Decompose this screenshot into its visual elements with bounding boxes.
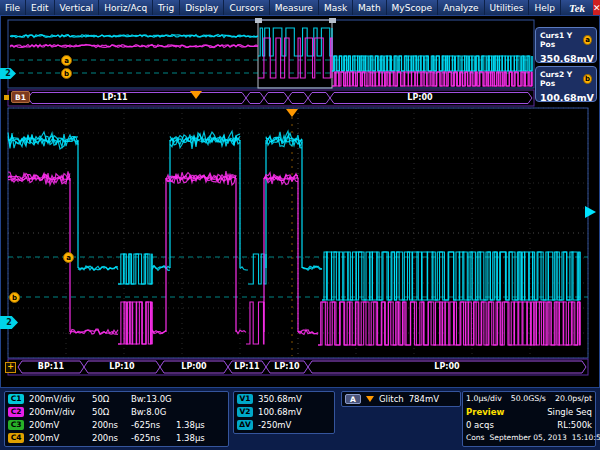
menu-item-analyze[interactable]: Analyze bbox=[438, 0, 484, 15]
trigger-slope-icon bbox=[366, 396, 374, 402]
cursor-a-marker-icon: a bbox=[583, 35, 592, 45]
ch3-position: -625ns bbox=[131, 420, 171, 430]
channel4-badge: C4 bbox=[8, 433, 24, 443]
trigger-level: 784mV bbox=[409, 394, 439, 404]
ch1-termination: 50Ω bbox=[92, 394, 126, 404]
cursor-readouts: V1 350.68mV V2 100.68mV ΔV -250mV bbox=[233, 391, 335, 434]
ch3-scale: 200mV bbox=[29, 420, 87, 430]
channel1-badge: C1 bbox=[8, 394, 24, 404]
bus-value-label: LP:00 bbox=[424, 362, 470, 371]
sample-rate: 50.0GS/s bbox=[511, 394, 546, 403]
delta-v-value: -250mV bbox=[258, 420, 291, 430]
bus-b1-badge: B1 bbox=[11, 91, 30, 103]
cursor-v2-readout[interactable]: V2 100.68mV bbox=[234, 405, 334, 418]
time-display: 15:10:53 bbox=[572, 433, 600, 442]
channel3-readout[interactable]: C3 200mV 200ns -625ns 1.38µs bbox=[5, 418, 228, 431]
channel1-readout[interactable]: C1 200mV/div 50Ω Bw:13.0G bbox=[5, 392, 228, 405]
bus-expand-button[interactable]: + bbox=[5, 362, 16, 373]
menu-item-horiz-acq[interactable]: Horiz/Acq bbox=[99, 0, 153, 15]
v1-badge: V1 bbox=[237, 394, 253, 404]
status-label: Cons bbox=[466, 433, 485, 442]
preview-indicator: Preview bbox=[466, 407, 504, 417]
cursor-b-marker-icon[interactable]: b bbox=[9, 292, 20, 303]
cursor-v1-readout[interactable]: V1 350.68mV bbox=[234, 392, 334, 405]
delta-v-badge: ΔV bbox=[237, 420, 253, 430]
close-button[interactable]: ✕ bbox=[593, 0, 600, 15]
cursor-b-marker-icon[interactable]: b bbox=[61, 68, 72, 79]
ch3-duration: 1.38µs bbox=[176, 420, 205, 430]
menu-item-measure[interactable]: Measure bbox=[270, 0, 319, 15]
ch2-termination: 50Ω bbox=[92, 407, 126, 417]
channel2-badge: C2 bbox=[8, 407, 24, 417]
menu-item-vertical[interactable]: Vertical bbox=[55, 0, 100, 15]
menu-item-myscope[interactable]: MyScope bbox=[387, 0, 439, 15]
cursor-a-marker-icon[interactable]: a bbox=[61, 55, 72, 66]
channel2-readout[interactable]: C2 200mV/div 50Ω Bw:8.0G bbox=[5, 405, 228, 418]
menu-item-math[interactable]: Math bbox=[353, 0, 387, 15]
status-bar: C1 200mV/div 50Ω Bw:13.0G C2 200mV/div 5… bbox=[0, 388, 600, 450]
bus-value-label: BP:11 bbox=[28, 362, 74, 371]
channel3-badge: C3 bbox=[8, 420, 24, 430]
menu-bar: File Edit Vertical Horiz/Acq Trig Displa… bbox=[0, 0, 600, 15]
curs1-y-pos-panel[interactable]: Curs1 Y Pos a 350.68mV bbox=[535, 27, 597, 63]
ch2-scale: 200mV/div bbox=[29, 407, 87, 417]
ch3-timebase: 200ns bbox=[92, 420, 126, 430]
acquisition-count: 0 acqs bbox=[466, 420, 494, 430]
ch4-timebase: 200ns bbox=[92, 433, 126, 443]
trigger-type: Glitch bbox=[379, 394, 404, 404]
ch4-duration: 1.38µs bbox=[176, 433, 205, 443]
cursor-delta-readout[interactable]: ΔV -250mV bbox=[234, 418, 334, 431]
curs2-title: Curs2 Y Pos bbox=[540, 70, 583, 88]
menu-item-mask[interactable]: Mask bbox=[319, 0, 353, 15]
curs2-y-pos-panel[interactable]: Curs2 Y Pos b 100.68mV bbox=[535, 66, 597, 102]
cursor-b-marker-icon: b bbox=[583, 74, 592, 84]
cursor-a-marker-icon[interactable]: a bbox=[63, 252, 74, 263]
menu-item-file[interactable]: File bbox=[0, 0, 26, 15]
menu-item-display[interactable]: Display bbox=[180, 0, 224, 15]
menu-item-help[interactable]: Help bbox=[529, 0, 561, 15]
v2-value: 100.68mV bbox=[258, 407, 302, 417]
tek-logo: Tek bbox=[561, 0, 593, 15]
ch4-position: -625ns bbox=[131, 433, 171, 443]
horizontal-readout[interactable]: 1.0µs/div 50.0GS/s 20.0ps/pt Preview Sin… bbox=[462, 391, 596, 447]
menu-item-edit[interactable]: Edit bbox=[26, 0, 54, 15]
ch1-bandwidth: Bw:13.0G bbox=[131, 394, 172, 404]
trigger-a-badge: A bbox=[345, 394, 361, 404]
scope-display bbox=[0, 15, 600, 388]
menu-item-cursors[interactable]: Cursors bbox=[224, 0, 269, 15]
menu-item-trig[interactable]: Trig bbox=[153, 0, 180, 15]
acquisition-mode: Single Seq bbox=[547, 407, 592, 417]
bus-value-label: LP:00 bbox=[171, 362, 217, 371]
channel-readouts: C1 200mV/div 50Ω Bw:13.0G C2 200mV/div 5… bbox=[4, 391, 229, 447]
resolution: 20.0ps/pt bbox=[555, 394, 592, 403]
bus-value-label: LP:10 bbox=[99, 362, 145, 371]
horiz-scale: 1.0µs/div bbox=[466, 394, 502, 403]
curs2-value: 100.68mV bbox=[540, 92, 592, 103]
overview-bus-label: LP:11 bbox=[92, 93, 138, 102]
ch4-scale: 200mV bbox=[29, 433, 87, 443]
trigger-readout[interactable]: A Glitch 784mV bbox=[341, 391, 461, 407]
bus-b1-header[interactable]: B1 bbox=[4, 91, 30, 103]
v2-badge: V2 bbox=[237, 407, 253, 417]
record-length: RL:500k bbox=[557, 420, 592, 430]
curs1-value: 350.68mV bbox=[540, 53, 592, 64]
v1-value: 350.68mV bbox=[258, 394, 302, 404]
bus-value-label: LP:10 bbox=[264, 362, 310, 371]
menu-item-utilities[interactable]: Utilities bbox=[485, 0, 530, 15]
bus-color-icon bbox=[4, 95, 9, 100]
ch2-bandwidth: Bw:8.0G bbox=[131, 407, 166, 417]
ch1-scale: 200mV/div bbox=[29, 394, 87, 404]
overview-bus-label: LP:00 bbox=[397, 93, 443, 102]
date-display: September 05, 2013 bbox=[490, 433, 567, 442]
curs1-title: Curs1 Y Pos bbox=[540, 31, 583, 49]
channel4-readout[interactable]: C4 200mV 200ns -625ns 1.38µs bbox=[5, 431, 228, 444]
